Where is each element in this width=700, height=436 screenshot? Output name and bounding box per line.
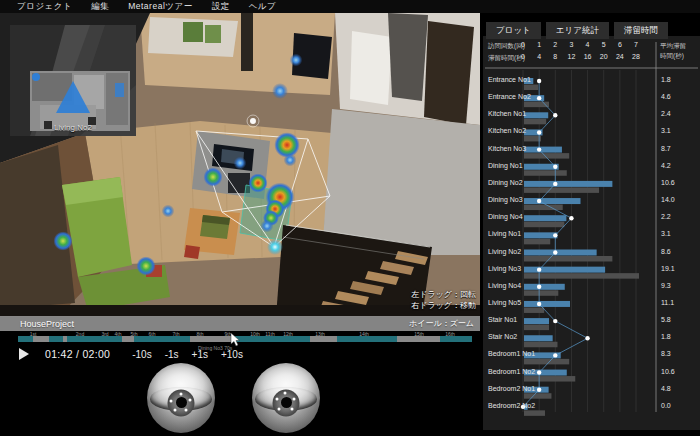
minimap-room-label: Living No2 [10,123,136,132]
visits-dot [537,388,541,392]
visits-dot [585,336,589,340]
dwell-bar [524,301,570,307]
dwell-bar [524,250,597,256]
hint-left-drag: 左ドラッグ：回転 [411,289,476,300]
dwell-bar-secondary [524,222,564,228]
dwell-bar-secondary [524,136,541,142]
gaze-heat-point [267,239,283,255]
dwell-bar-secondary [524,205,563,211]
avg-dwell-value: 5.8 [661,316,671,323]
chart-row-label: Stair No1 [488,316,517,323]
dwell-bar-secondary [524,170,567,176]
skip-button--1s[interactable]: -1s [165,349,179,360]
avg-dwell-value: 0.0 [661,402,671,409]
dwell-bar-secondary [524,342,557,348]
dwell-bar-secondary [524,307,544,313]
analytics-panel: プロットエリア統計滞留時間 訪問回数(回) 滞留時間(秒) 平均滞留 時間(秒)… [483,0,700,436]
chart-row-label: Entrance No1 [488,76,531,83]
chart-row-label: Living No2 [488,248,521,255]
loft-cushion [183,22,203,42]
avg-dwell-value: 4.2 [661,162,671,169]
project-bar: HouseProject ホイール：ズーム [0,316,480,331]
avg-dwell-value: 1.8 [661,76,671,83]
minimap-inset: Living No2 [10,25,136,136]
gaze-heat-point [290,54,303,67]
iris [168,389,195,416]
iris [273,389,300,416]
dwell-bar [524,181,612,187]
dwell-bar [524,318,549,324]
drag-hints: 左ドラッグ：回転 右ドラッグ：移動 [411,289,476,311]
gaze-heat-point [248,173,267,192]
timeline-segment [49,336,63,342]
visits-dot [537,130,541,134]
gaze-heat-point [136,256,155,275]
timeline-segment [397,336,440,342]
chart-row-label: Kitchen No1 [488,110,526,117]
play-button[interactable] [19,348,29,360]
dwell-bar-secondary [524,410,545,416]
dwell-bar [524,198,581,204]
right-floor [322,109,480,255]
chart-row-label: Living No4 [488,282,521,289]
gaze-heat-point [261,220,274,233]
hint-wheel-zoom: ホイール：ズーム [409,318,474,329]
chart-row-label: Kitchen No2 [488,127,526,134]
visits-dot [553,233,557,237]
dwell-bar-secondary [524,359,569,365]
timeline-segment [233,336,310,342]
visits-dot [537,267,541,271]
dwell-bar-secondary [524,393,551,399]
visits-dot [537,96,541,100]
minimap-image [10,25,136,136]
menu-item[interactable]: ヘルプ [249,1,277,13]
bright-wall-panel [350,31,392,105]
chart-row-label: Living No1 [488,230,521,237]
visits-dot [553,165,557,169]
chart-row-label: Bedroom2 No1 [488,385,535,392]
loft-cushion-2 [205,25,221,43]
gaze-heat-point [274,132,300,158]
dwell-bar-secondary [524,290,558,296]
chart-row-label: Entrance No2 [488,93,531,100]
timeline-segment [33,336,49,342]
avg-dwell-value: 4.8 [661,385,671,392]
eye-camera-right [252,363,320,433]
gaze-heat-point [284,154,297,167]
pupil [176,397,187,408]
avg-dwell-value: 11.1 [661,299,674,306]
avg-dwell-value: 10.6 [661,368,675,375]
dwell-bar-secondary [524,325,549,331]
dwell-bar [524,335,553,341]
timeline: 1st2nd3rd4th5th6th7th8th9th10th11th12th1… [0,331,480,344]
menu-item[interactable]: プロジェクト [17,1,72,13]
visits-dot [537,79,541,83]
timeline-segment [440,336,472,342]
red-box [184,245,200,259]
dwell-bar-secondary [524,376,575,382]
dwell-bar-secondary [524,187,599,193]
menu-item[interactable]: Metarealツアー [128,1,192,13]
chart-row-label: Dining No3 [488,196,523,203]
avg-dwell-value: 8.7 [661,145,671,152]
skip-buttons: -10s-1s+1s+10s [132,349,243,360]
chart-row-label: Dining No2 [488,179,523,186]
hint-right-drag: 右ドラッグ：移動 [411,300,476,311]
dwell-bar-secondary [524,273,639,279]
skip-button-+10s[interactable]: +10s [221,349,243,360]
timeline-track[interactable] [18,336,472,342]
menu-item[interactable]: 設定 [212,1,230,13]
chart-row-label: Dining No1 [488,162,523,169]
skip-button-+1s[interactable]: +1s [192,349,208,360]
application-window: プロジェクト編集Metarealツアー設定ヘルプ [0,0,700,436]
dwell-bar [524,147,562,153]
chart-row-label: Bedroom1 No2 [488,368,535,375]
skip-button--10s[interactable]: -10s [132,349,151,360]
gaze-heat-point [234,157,247,170]
menu-item[interactable]: 編集 [91,1,109,13]
timeline-segment [337,336,397,342]
dwell-bar [524,267,605,273]
dwell-bar [524,215,566,221]
visits-dot [553,182,557,186]
avg-dwell-value: 2.2 [661,213,671,220]
